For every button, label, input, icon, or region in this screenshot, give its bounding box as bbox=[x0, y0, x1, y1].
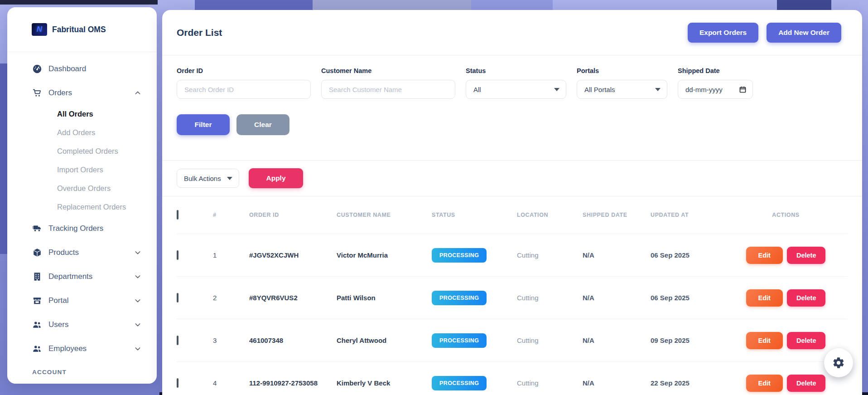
sidebar-subitem-completed-orders[interactable]: Completed Orders bbox=[7, 142, 157, 161]
updated-at-cell: 06 Sep 2025 bbox=[651, 294, 724, 302]
location-cell: Cutting bbox=[517, 379, 583, 387]
column-header: ACTIONS bbox=[724, 212, 848, 218]
sidebar-item-label: Tracking Orders bbox=[48, 224, 141, 233]
gear-icon bbox=[832, 356, 845, 369]
sidebar-item-label: Departments bbox=[48, 272, 134, 281]
table-row: 1 #JGV52XCJWH Victor McMurria PROCESSING… bbox=[177, 234, 848, 277]
order-id-input[interactable] bbox=[177, 80, 311, 99]
caret-down-icon bbox=[655, 88, 661, 91]
sidebar-item-employees[interactable]: Employees bbox=[7, 336, 157, 361]
main-panel: Order List Export Orders Add New Order O… bbox=[162, 10, 862, 395]
chevron-down-icon bbox=[134, 249, 141, 256]
sidebar-item-label: Products bbox=[48, 248, 134, 257]
location-cell: Cutting bbox=[517, 294, 583, 302]
edit-button[interactable]: Edit bbox=[746, 375, 783, 392]
brand-logo-icon: N bbox=[32, 23, 47, 36]
sidebar-subitem-replacement-orders[interactable]: Replacement Orders bbox=[7, 198, 157, 216]
customer-name-input[interactable] bbox=[321, 80, 455, 99]
chevron-down-icon bbox=[134, 273, 141, 280]
cart-icon bbox=[32, 88, 42, 98]
sidebar-item-label: Employees bbox=[48, 344, 134, 353]
row-number: 1 bbox=[213, 251, 249, 259]
customer-name-cell: Patti Wilson bbox=[337, 294, 432, 302]
brand: N Fabritual OMS bbox=[7, 7, 157, 52]
sidebar-item-dashboard[interactable]: Dashboard bbox=[7, 57, 157, 81]
status-badge: PROCESSING bbox=[432, 376, 487, 390]
bulk-actions-value: Bulk Actions bbox=[184, 175, 221, 182]
calendar-icon[interactable] bbox=[739, 86, 747, 93]
order-id-cell: #8YQVR6VUS2 bbox=[249, 294, 337, 302]
brand-name: Fabritual OMS bbox=[52, 25, 106, 34]
main-header: Order List Export Orders Add New Order bbox=[162, 10, 862, 55]
sidebar-item-label: Dashboard bbox=[48, 64, 141, 73]
row-checkbox[interactable] bbox=[177, 250, 178, 260]
column-header: SHIPPED DATE bbox=[583, 212, 651, 218]
export-orders-button[interactable]: Export Orders bbox=[688, 23, 758, 43]
sidebar-item-products[interactable]: Products bbox=[7, 240, 157, 264]
edit-button[interactable]: Edit bbox=[746, 247, 783, 264]
bulk-actions-select[interactable]: Bulk Actions bbox=[177, 169, 239, 188]
sidebar-item-portal[interactable]: Portal bbox=[7, 288, 157, 312]
portals-select[interactable]: All Portals bbox=[577, 80, 667, 99]
delete-button[interactable]: Delete bbox=[787, 247, 826, 264]
store-icon bbox=[32, 296, 42, 306]
sidebar-item-orders[interactable]: Orders bbox=[7, 81, 157, 105]
status-select-value: All bbox=[473, 86, 481, 93]
delete-button[interactable]: Delete bbox=[787, 375, 826, 392]
apply-button[interactable]: Apply bbox=[249, 168, 303, 188]
clear-button[interactable]: Clear bbox=[236, 114, 289, 135]
table-row: 3 461007348 Cheryl Attwood PROCESSING Cu… bbox=[177, 319, 848, 362]
delete-button[interactable]: Delete bbox=[787, 289, 826, 307]
portals-select-value: All Portals bbox=[584, 86, 615, 93]
sidebar-item-departments[interactable]: Departments bbox=[7, 264, 157, 288]
location-cell: Cutting bbox=[517, 251, 583, 259]
sidebar-subitem-all-orders[interactable]: All Orders bbox=[7, 105, 157, 123]
row-checkbox[interactable] bbox=[177, 293, 178, 302]
portals-filter: Portals All Portals bbox=[577, 67, 667, 99]
row-checkbox[interactable] bbox=[177, 378, 178, 388]
sidebar-subitem-overdue-orders[interactable]: Overdue Orders bbox=[7, 179, 157, 198]
shipped-date-input[interactable]: dd-mm-yyyy bbox=[678, 80, 753, 99]
caret-down-icon bbox=[227, 177, 232, 180]
table-header-row: # ORDER ID CUSTOMER NAME STATUS LOCATION… bbox=[177, 196, 848, 234]
background-building bbox=[0, 63, 7, 254]
select-all-checkbox[interactable] bbox=[177, 210, 178, 219]
order-id-cell: 112-9910927-2753058 bbox=[249, 379, 337, 387]
settings-fab[interactable] bbox=[824, 348, 853, 377]
column-header: UPDATED AT bbox=[651, 212, 724, 218]
date-placeholder: dd-mm-yyyy bbox=[685, 86, 723, 93]
customer-name-cell: Cheryl Attwood bbox=[337, 336, 432, 344]
sidebar-item-tracking-orders[interactable]: Tracking Orders bbox=[7, 216, 157, 240]
status-filter: Status All bbox=[466, 67, 566, 99]
updated-at-cell: 06 Sep 2025 bbox=[651, 251, 724, 259]
row-number: 2 bbox=[213, 294, 249, 302]
column-header: LOCATION bbox=[517, 212, 583, 218]
status-badge: PROCESSING bbox=[432, 248, 487, 263]
status-badge: PROCESSING bbox=[432, 291, 487, 305]
users-icon bbox=[32, 344, 42, 354]
filter-button[interactable]: Filter bbox=[177, 114, 230, 135]
status-select[interactable]: All bbox=[466, 80, 566, 99]
customer-name-filter: Customer Name bbox=[321, 67, 455, 99]
users-icon bbox=[32, 320, 42, 330]
gauge-icon bbox=[32, 64, 42, 74]
row-checkbox[interactable] bbox=[177, 336, 178, 345]
sidebar-nav: Dashboard Orders All Orders Add Orders C… bbox=[7, 52, 157, 375]
column-header: CUSTOMER NAME bbox=[337, 212, 432, 218]
customer-name-cell: Victor McMurria bbox=[337, 251, 432, 259]
add-new-order-button[interactable]: Add New Order bbox=[767, 23, 841, 43]
sidebar-item-label: Portal bbox=[48, 296, 134, 305]
edit-button[interactable]: Edit bbox=[746, 289, 783, 307]
status-badge: PROCESSING bbox=[432, 333, 487, 348]
sidebar-subitem-import-orders[interactable]: Import Orders bbox=[7, 161, 157, 179]
sidebar-subitem-add-orders[interactable]: Add Orders bbox=[7, 123, 157, 142]
account-section-label: ACCOUNT bbox=[7, 369, 157, 375]
delete-button[interactable]: Delete bbox=[787, 332, 826, 349]
shipped-date-cell: N/A bbox=[583, 336, 651, 344]
location-cell: Cutting bbox=[517, 336, 583, 344]
sidebar-item-users[interactable]: Users bbox=[7, 312, 157, 336]
edit-button[interactable]: Edit bbox=[746, 332, 783, 349]
customer-name-label: Customer Name bbox=[321, 67, 455, 74]
chevron-up-icon bbox=[134, 89, 141, 97]
chevron-down-icon bbox=[134, 297, 141, 304]
